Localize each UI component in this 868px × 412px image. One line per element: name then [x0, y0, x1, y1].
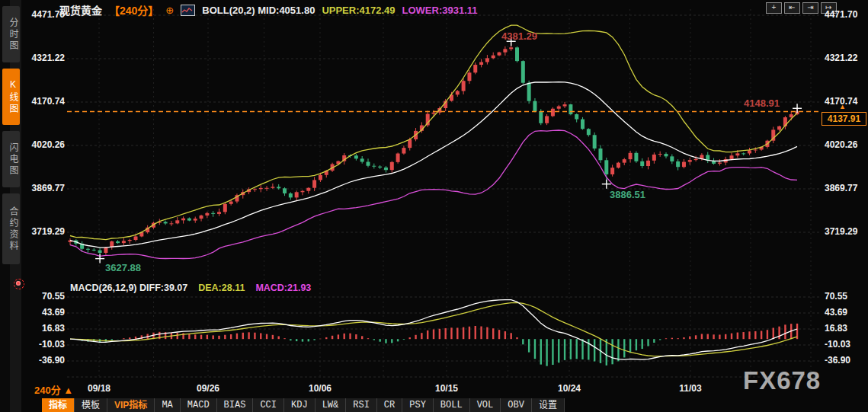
- toolbar-tab-BOLL[interactable]: BOLL: [434, 398, 470, 412]
- chart-header: 现货黄金 【240分】 ⊕ BOLL(20,2) MID:4051.80 UPP…: [59, 2, 478, 18]
- boll-lower-label: LOWER:3931.11: [402, 5, 478, 16]
- toolbar-tab-KDJ[interactable]: KDJ: [284, 398, 315, 412]
- symbol-title: 现货黄金: [59, 2, 102, 18]
- sidebar-tab-kline[interactable]: K线图: [2, 69, 20, 125]
- price-axis-label-right: 4321.22: [825, 53, 864, 63]
- boll-mid-label: BOLL(20,2) MID:4051.80: [202, 5, 315, 16]
- candles-layer: [69, 41, 799, 258]
- compress-left-icon[interactable]: ⇤: [784, 2, 800, 14]
- macd-axis-label-left: 16.83: [25, 323, 65, 334]
- crosshair-icon[interactable]: +: [766, 2, 782, 14]
- indicator-toolbar: 指标模板VIP指标MAMACDBIASCCIKDJLW&RSICRPSYBOLL…: [42, 398, 565, 412]
- toolbar-tab-[interactable]: 设置: [532, 398, 565, 412]
- macd-axis-label-right: 43.69: [825, 307, 864, 318]
- macd-axis-label-right: -10.03: [825, 339, 864, 350]
- alarm-icon[interactable]: [14, 279, 24, 289]
- price-axis-label-right: 3869.77: [825, 183, 864, 193]
- price-axis-label-right: 4020.26: [825, 139, 864, 150]
- toolbar-tab-CCI[interactable]: CCI: [253, 398, 284, 412]
- price-axis-label-left: 4471.70: [25, 9, 65, 20]
- macd-axis-label-left: -36.90: [25, 355, 65, 366]
- sidebar-tab-0[interactable]: 分时图: [2, 6, 20, 62]
- bollinger-upper-line: [70, 25, 797, 240]
- x-axis-date-label: 10/06: [297, 383, 343, 394]
- macd-header: MACD(26,12,9) DIFF:39.07 DEA:28.11 MACD:…: [70, 283, 311, 293]
- macd-axis-label-right: 70.55: [825, 291, 864, 302]
- price-axis-label-left: 4321.22: [25, 53, 65, 63]
- annotation-swing-low: 3886.51: [610, 189, 645, 200]
- toolbar-tab-VIP[interactable]: VIP指标: [107, 398, 155, 412]
- candlestick-chart-canvas: [0, 0, 868, 412]
- x-axis-date-label: 10/24: [546, 383, 592, 394]
- x-axis-date-label: 09/18: [76, 383, 122, 394]
- macd-title-diff: MACD(26,12,9) DIFF:39.07: [70, 283, 187, 293]
- macd-value-label: MACD:21.93: [255, 283, 311, 293]
- boll-upper-label: UPPER:4172.49: [322, 5, 395, 16]
- toolbar-tab-[interactable]: 模板: [75, 398, 107, 412]
- x-axis-date-label: 09/26: [185, 383, 231, 394]
- add-indicator-icon[interactable]: ⊕: [165, 5, 174, 16]
- macd-axis-label-left: -10.03: [25, 339, 65, 350]
- toolbar-tab-MA[interactable]: MA: [155, 398, 180, 412]
- macd-axis-label-left: 70.55: [25, 291, 65, 302]
- macd-dea-label: DEA:28.11: [198, 283, 245, 293]
- toolbar-tab-LW[interactable]: LW&: [315, 398, 347, 412]
- price-axis-label-right: 4471.70: [825, 9, 864, 20]
- annotation-recent-high: 4148.91: [744, 97, 780, 109]
- macd-axis-label-right: -36.90: [825, 355, 864, 366]
- grid-lines: [67, 9, 820, 377]
- toolbar-tab-[interactable]: 指标: [42, 398, 75, 412]
- toolbar-tab-CR[interactable]: CR: [377, 398, 402, 412]
- price-up-arrow-icon: ▲: [839, 103, 846, 110]
- annotation-start-low: 3627.88: [105, 262, 141, 273]
- sidebar: 分时图K线图闪电图合约资料: [0, 0, 21, 412]
- toolbar-tab-MACD[interactable]: MACD: [181, 398, 217, 412]
- bollinger-lower-line: [70, 130, 797, 259]
- price-axis-label-right: 3719.29: [825, 226, 864, 237]
- toolbar-tab-BIAS[interactable]: BIAS: [217, 398, 254, 412]
- sidebar-tab-3[interactable]: 合约资料: [2, 193, 20, 264]
- chart-app: 现货黄金 【240分】 ⊕ BOLL(20,2) MID:4051.80 UPP…: [0, 0, 868, 412]
- extreme-markers: [95, 37, 802, 263]
- toolbar-tab-VOL[interactable]: VOL: [470, 398, 501, 412]
- toolbar-tab-RSI[interactable]: RSI: [346, 398, 377, 412]
- toolbar-tab-PSY[interactable]: PSY: [402, 398, 434, 412]
- annotation-peak-high: 4381.29: [501, 30, 537, 42]
- period-selector[interactable]: 240分 ▲: [34, 382, 73, 397]
- watermark: FX678: [743, 366, 821, 395]
- price-axis-label-left: 3869.77: [25, 183, 65, 193]
- current-price-tag: 4137.91: [822, 112, 866, 126]
- mini-chart-icon[interactable]: [181, 5, 195, 16]
- macd-axis-label-left: 43.69: [25, 307, 65, 318]
- compress-right-icon[interactable]: ⇥: [802, 2, 818, 14]
- price-axis-label-left: 3719.29: [25, 226, 65, 237]
- toolbar-tab-OBV[interactable]: OBV: [501, 398, 532, 412]
- price-axis-label-left: 4020.26: [25, 139, 65, 150]
- x-axis-date-label: 10/15: [424, 383, 469, 394]
- price-axis-label-left: 4170.74: [25, 96, 65, 107]
- sidebar-tab-2[interactable]: 闪电图: [2, 131, 20, 187]
- macd-axis-label-right: 16.83: [825, 323, 864, 334]
- period-badge: 【240分】: [109, 2, 159, 18]
- x-axis-date-label: 11/03: [668, 383, 713, 394]
